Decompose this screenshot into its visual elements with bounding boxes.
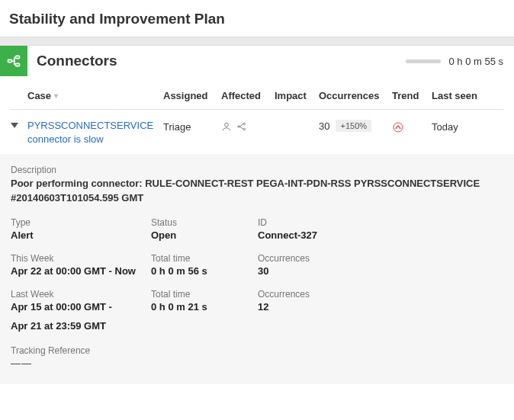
tw-total-label: Total time <box>151 253 258 264</box>
case-line2: connector is slow <box>27 133 104 145</box>
section-title: Connectors <box>37 53 406 69</box>
tracking-label: Tracking Reference <box>11 345 503 356</box>
case-link[interactable]: PYRSSCONNECTSERVICE connector is slow <box>27 119 153 146</box>
svg-point-6 <box>243 123 245 124</box>
lw-occ-label: Occurrences <box>258 289 410 300</box>
cell-assigned: Triage <box>163 119 221 133</box>
lastweek-label: Last Week <box>11 289 151 300</box>
lw-total-value: 0 h 0 m 21 s <box>151 301 258 313</box>
desc-label: Description <box>11 165 503 175</box>
svg-point-5 <box>238 126 239 127</box>
desc-value: Poor performing connector: RULE-CONNECT-… <box>11 177 503 204</box>
tracking-value: —— <box>11 357 503 369</box>
type-label: Type <box>11 217 151 228</box>
thisweek-label: This Week <box>11 253 151 264</box>
col-assigned[interactable]: Assigned <box>163 90 221 101</box>
thisweek-value: Apr 22 at 00:00 GMT - Now <box>11 265 151 277</box>
table-row: PYRSSCONNECTSERVICE connector is slow Tr… <box>11 110 503 154</box>
col-affected[interactable]: Affected <box>221 90 275 101</box>
case-line1: PYRSSCONNECTSERVICE <box>27 120 153 131</box>
cell-trend <box>392 119 432 136</box>
tw-occ-label: Occurrences <box>258 253 410 264</box>
svg-rect-0 <box>8 59 12 62</box>
svg-point-7 <box>243 128 245 130</box>
lastweek-end: Apr 21 at 23:59 GMT <box>11 320 503 332</box>
occurrences-value: 30 <box>319 120 329 132</box>
expand-toggle[interactable] <box>11 119 27 133</box>
cases-table: Case ▾ Assigned Affected Impact Occurren… <box>11 76 503 154</box>
table-header: Case ▾ Assigned Affected Impact Occurren… <box>11 76 503 110</box>
cell-occurrences: 30 +150% <box>319 119 392 132</box>
col-case-label: Case <box>27 90 51 101</box>
svg-rect-1 <box>16 56 20 58</box>
id-label: ID <box>258 217 410 228</box>
connectors-icon <box>0 46 27 76</box>
user-icon <box>221 121 232 134</box>
section-header: Connectors 0 h 0 m 55 s <box>0 46 514 76</box>
time-bar <box>406 59 441 63</box>
trend-badge: +150% <box>336 120 371 132</box>
time-strip: 0 h 0 m 55 s <box>406 56 514 67</box>
status-value: Open <box>151 229 258 241</box>
page-title: Stability and Improvement Plan <box>0 0 514 37</box>
col-assigned-label: Assigned <box>163 90 208 101</box>
col-case[interactable]: Case ▾ <box>27 90 163 101</box>
nodes-icon <box>236 121 247 134</box>
filter-icon[interactable]: ▾ <box>54 91 58 100</box>
id-value: Connect-327 <box>258 229 410 241</box>
status-label: Status <box>151 217 258 228</box>
section-time: 0 h 0 m 55 s <box>448 56 503 67</box>
tw-occ-value: 30 <box>258 265 410 277</box>
tw-total-value: 0 h 0 m 56 s <box>151 265 258 277</box>
svg-marker-3 <box>11 123 18 128</box>
cell-impact <box>275 119 319 121</box>
col-trend[interactable]: Trend <box>392 90 432 101</box>
svg-point-8 <box>394 123 403 132</box>
col-lastseen[interactable]: Last seen <box>432 90 485 101</box>
case-details: Description Poor performing connector: R… <box>0 154 514 383</box>
lastweek-value: Apr 15 at 00:00 GMT - <box>11 301 151 313</box>
cell-lastseen: Today <box>432 119 485 133</box>
col-occurrences[interactable]: Occurrences <box>319 90 392 101</box>
cell-affected <box>221 119 275 134</box>
lw-total-label: Total time <box>151 289 258 300</box>
col-impact[interactable]: Impact <box>275 90 319 101</box>
svg-point-4 <box>225 123 229 127</box>
divider-bar <box>0 37 514 46</box>
type-value: Alert <box>11 229 151 241</box>
trend-up-icon <box>392 124 404 136</box>
svg-rect-2 <box>16 63 20 66</box>
lw-occ-value: 12 <box>258 301 410 313</box>
